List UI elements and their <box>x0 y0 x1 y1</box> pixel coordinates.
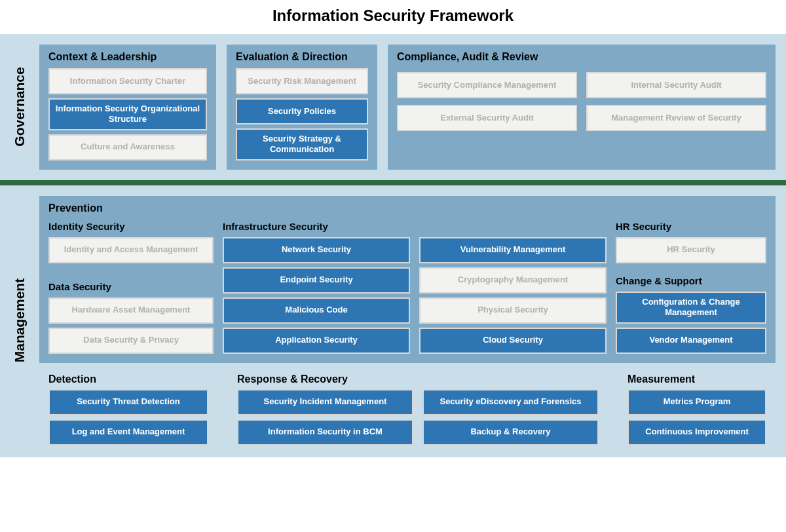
framework-item[interactable]: Information Security Charter <box>48 68 207 94</box>
block-evaluation-direction: Evaluation & Direction Security Risk Man… <box>227 45 377 170</box>
framework-item[interactable]: Endpoint Security <box>223 267 410 294</box>
block-title: Measurement <box>627 373 766 385</box>
framework-item[interactable]: Cryptography Management <box>419 267 607 294</box>
block-detection: Detection Security Threat DetectionLog a… <box>39 373 217 446</box>
subgroup-title: Infrastructure Security <box>223 221 607 232</box>
block-title: Context & Leadership <box>48 51 207 63</box>
block-title: Compliance, Audit & Review <box>397 51 766 63</box>
framework-item[interactable]: Security Strategy & Communication <box>236 128 368 161</box>
framework-item[interactable]: Internal Security Audit <box>586 72 766 98</box>
block-title: Evaluation & Direction <box>236 51 368 63</box>
block-title: Response & Recovery <box>237 373 599 385</box>
block-response-recovery: Response & Recovery Security Incident Ma… <box>228 373 608 446</box>
framework-item[interactable]: Physical Security <box>419 297 607 324</box>
framework-item[interactable]: Application Security <box>223 328 410 354</box>
subgroup-title: Change & Support <box>616 275 766 286</box>
framework-item[interactable]: External Security Audit <box>397 105 577 131</box>
framework-item[interactable]: Configuration & Change Management <box>616 292 766 324</box>
framework-item[interactable]: Information Security in BCM <box>237 419 413 446</box>
management-label: Management <box>0 196 39 446</box>
framework-item[interactable]: Security Risk Management <box>236 68 368 94</box>
framework-item[interactable]: Identity and Access Management <box>48 237 214 263</box>
framework-item[interactable]: Log and Event Management <box>48 419 208 446</box>
page-title: Information Security Framework <box>0 0 786 34</box>
block-title: Detection <box>48 373 208 385</box>
framework-item[interactable]: Backup & Recovery <box>422 419 599 446</box>
block-context-leadership: Context & Leadership Information Securit… <box>39 45 216 170</box>
subgroup-title: Data Security <box>48 281 214 292</box>
framework-item[interactable]: Information Security Organizational Stru… <box>48 98 207 130</box>
block-prevention: Prevention Identity Security Identity an… <box>39 196 776 363</box>
framework-item[interactable]: Hardware Asset Management <box>48 297 214 324</box>
framework-item[interactable]: Security eDiscovery and Forensics <box>422 389 599 415</box>
management-band: Management Prevention Identity Security … <box>0 185 786 457</box>
block-measurement: Measurement Metrics ProgramContinuous Im… <box>618 373 776 446</box>
framework-item[interactable]: Malicious Code <box>223 297 410 324</box>
block-compliance-audit-review: Compliance, Audit & Review Security Comp… <box>388 45 776 170</box>
framework-item[interactable]: Metrics Program <box>627 389 766 415</box>
governance-label: Governance <box>0 45 39 170</box>
framework-item[interactable]: Culture and Awareness <box>48 134 207 161</box>
framework-item[interactable]: Data Security & Privacy <box>48 328 214 354</box>
framework-item[interactable]: Security Compliance Management <box>397 72 577 98</box>
framework-item[interactable]: Cloud Security <box>419 328 607 354</box>
framework-item[interactable]: Vendor Management <box>616 328 766 354</box>
framework-item[interactable]: Security Policies <box>236 98 368 124</box>
governance-band: Governance Context & Leadership Informat… <box>0 34 786 180</box>
framework-item[interactable]: Vulnerability Management <box>419 237 607 263</box>
section-divider <box>0 180 786 185</box>
framework-item[interactable]: HR Security <box>616 237 766 263</box>
framework-item[interactable]: Security Threat Detection <box>48 389 208 415</box>
framework-item[interactable]: Security Incident Management <box>237 389 413 415</box>
framework-item[interactable]: Continuous Improvement <box>627 419 766 446</box>
subgroup-title: HR Security <box>616 221 766 232</box>
subgroup-title: Identity Security <box>48 221 214 232</box>
block-title: Prevention <box>48 202 766 214</box>
framework-item[interactable]: Management Review of Security <box>586 105 766 131</box>
framework-item[interactable]: Network Security <box>223 237 410 263</box>
